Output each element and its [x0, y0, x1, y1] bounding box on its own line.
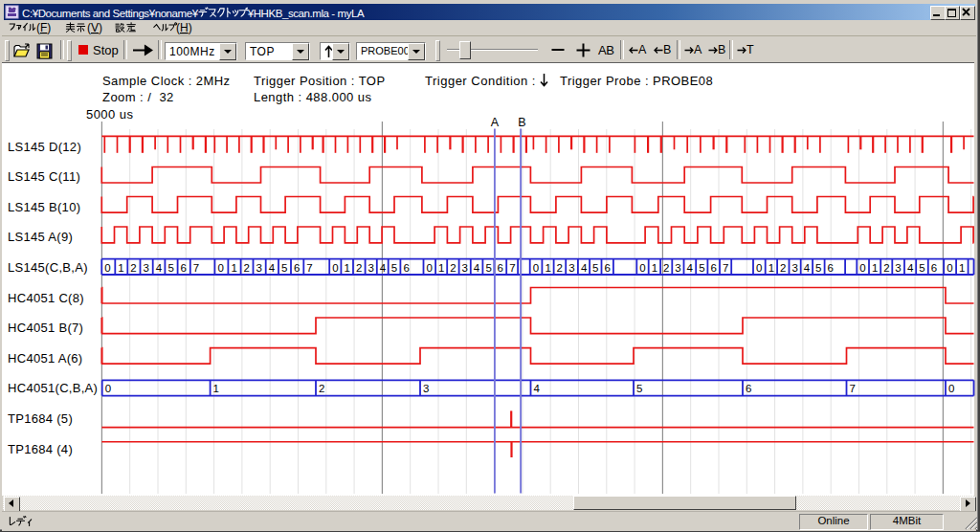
- svg-text:6: 6: [605, 262, 611, 274]
- svg-text:5: 5: [281, 262, 287, 274]
- svg-text:1: 1: [872, 262, 878, 274]
- svg-text:4: 4: [581, 262, 588, 274]
- svg-text:2: 2: [780, 262, 786, 274]
- svg-text:3: 3: [895, 262, 901, 274]
- svg-text:3: 3: [256, 262, 262, 274]
- svg-text:2: 2: [663, 262, 669, 274]
- svg-text:5: 5: [699, 262, 704, 274]
- svg-text:2: 2: [450, 262, 456, 274]
- svg-text:0: 0: [947, 262, 952, 274]
- svg-text:5: 5: [815, 262, 821, 274]
- svg-text:1: 1: [959, 262, 965, 274]
- svg-text:6: 6: [497, 262, 502, 274]
- svg-text:4: 4: [687, 262, 694, 274]
- svg-text:3: 3: [423, 383, 429, 394]
- svg-text:3: 3: [675, 262, 680, 274]
- svg-text:5: 5: [391, 262, 397, 274]
- svg-text:2: 2: [319, 383, 324, 394]
- svg-text:1: 1: [118, 262, 123, 274]
- svg-text:0: 0: [104, 262, 110, 274]
- svg-text:6: 6: [710, 262, 716, 274]
- svg-text:0: 0: [217, 262, 223, 274]
- svg-text:1: 1: [768, 262, 774, 274]
- svg-text:6: 6: [181, 262, 187, 274]
- svg-text:3: 3: [368, 262, 374, 274]
- svg-text:4: 4: [380, 262, 387, 274]
- svg-text:0: 0: [105, 383, 111, 394]
- svg-text:0: 0: [533, 262, 539, 274]
- svg-text:2: 2: [557, 262, 563, 274]
- svg-text:5: 5: [485, 262, 491, 274]
- svg-text:5: 5: [636, 383, 642, 394]
- svg-text:3: 3: [792, 262, 798, 274]
- svg-text:3: 3: [568, 262, 574, 274]
- svg-text:1: 1: [344, 262, 349, 274]
- svg-text:0: 0: [639, 262, 645, 274]
- svg-text:5: 5: [167, 262, 173, 274]
- svg-text:4: 4: [804, 262, 811, 274]
- svg-text:6: 6: [746, 383, 751, 394]
- svg-text:1: 1: [213, 383, 219, 394]
- svg-text:B: B: [518, 116, 525, 129]
- svg-text:3: 3: [144, 262, 149, 274]
- svg-text:2: 2: [356, 262, 362, 274]
- svg-text:7: 7: [723, 262, 728, 274]
- svg-text:0: 0: [948, 383, 954, 394]
- svg-text:1: 1: [545, 262, 550, 274]
- svg-text:6: 6: [931, 262, 937, 274]
- svg-text:0: 0: [332, 262, 338, 274]
- svg-text:5: 5: [919, 262, 924, 274]
- svg-text:2: 2: [244, 262, 250, 274]
- svg-text:A: A: [491, 116, 500, 129]
- svg-text:7: 7: [306, 262, 312, 274]
- svg-text:0: 0: [427, 262, 433, 274]
- svg-text:1: 1: [438, 262, 444, 274]
- svg-text:4: 4: [534, 383, 541, 394]
- svg-text:6: 6: [294, 262, 300, 274]
- svg-text:2: 2: [883, 262, 889, 274]
- svg-text:7: 7: [509, 262, 515, 274]
- svg-text:1: 1: [652, 262, 657, 274]
- svg-text:5: 5: [592, 262, 598, 274]
- svg-text:1: 1: [231, 262, 236, 274]
- svg-text:6: 6: [828, 262, 834, 274]
- svg-text:7: 7: [850, 383, 856, 394]
- svg-text:2: 2: [130, 262, 136, 274]
- svg-text:4: 4: [269, 262, 276, 274]
- svg-text:4: 4: [156, 262, 163, 274]
- svg-text:6: 6: [403, 262, 409, 274]
- svg-text:3: 3: [462, 262, 468, 274]
- svg-text:0: 0: [859, 262, 865, 274]
- svg-text:7: 7: [193, 262, 199, 274]
- svg-text:4: 4: [474, 262, 480, 274]
- svg-text:0: 0: [756, 262, 762, 274]
- svg-text:4: 4: [907, 262, 914, 274]
